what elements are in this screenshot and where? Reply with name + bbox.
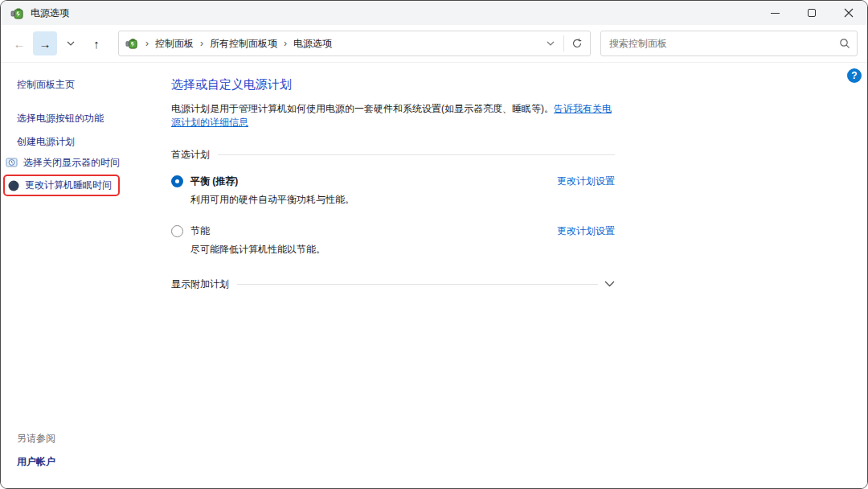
close-button[interactable] <box>830 1 867 25</box>
sidebar-item-display-off-time[interactable]: 选择关闭显示器的时间 <box>6 156 171 170</box>
divider <box>218 154 615 155</box>
search-box <box>600 31 858 56</box>
sidebar-item-change-sleep-time[interactable]: 更改计算机睡眠时间 <box>3 175 120 196</box>
breadcrumb-power-options[interactable]: 电源选项 <box>289 34 336 54</box>
back-button[interactable]: ← <box>7 31 31 55</box>
radio-balanced[interactable] <box>171 175 183 187</box>
sidebar-item-power-buttons[interactable]: 选择电源按钮的功能 <box>17 112 171 125</box>
chevron-down-icon <box>67 41 75 46</box>
search-icon[interactable] <box>839 38 850 49</box>
close-icon <box>844 8 854 18</box>
additional-plans-section[interactable]: 显示附加计划 <box>171 277 615 291</box>
sidebar-item-user-accounts[interactable]: 用户帐户 <box>17 455 171 469</box>
expand-chevron-down-icon[interactable] <box>604 281 615 287</box>
breadcrumb-separator: › <box>281 38 289 49</box>
sidebar-footer: 另请参阅 用户帐户 <box>1 432 171 475</box>
power-options-small-icon <box>125 37 138 50</box>
maximize-icon <box>808 9 816 17</box>
see-also-header: 另请参阅 <box>17 432 171 446</box>
plan-balanced-name[interactable]: 平衡 (推荐) <box>190 175 238 188</box>
recent-pages-dropdown[interactable] <box>59 31 83 55</box>
plan-balanced-row: 平衡 (推荐) 更改计划设置 <box>171 175 615 188</box>
sidebar-item-create-plan[interactable]: 创建电源计划 <box>17 135 171 149</box>
sidebar-item-label: 选择关闭显示器的时间 <box>23 156 120 170</box>
breadcrumb-all-items[interactable]: 所有控制面板项 <box>206 34 281 54</box>
plan-power-saver-row: 节能 更改计划设置 <box>171 224 615 238</box>
main-panel: 选择或自定义电源计划 电源计划是用于管理计算机如何使用电源的一套硬件和系统设置(… <box>171 63 615 488</box>
page-description: 电源计划是用于管理计算机如何使用电源的一套硬件和系统设置(如显示器亮度、睡眠等)… <box>171 102 615 130</box>
forward-button[interactable]: → <box>33 31 57 55</box>
power-options-window: 电源选项 ← → ↑ › 控制面板 › 所有控制面板项 <box>0 0 868 489</box>
sleep-sphere-icon <box>7 179 20 192</box>
additional-plans-label: 显示附加计划 <box>171 277 229 291</box>
sidebar-item-control-panel-home[interactable]: 控制面板主页 <box>17 78 171 92</box>
refresh-icon <box>571 38 583 49</box>
window-controls <box>756 1 867 25</box>
change-plan-settings-link-balanced[interactable]: 更改计划设置 <box>557 175 615 188</box>
address-bar[interactable]: › 控制面板 › 所有控制面板项 › 电源选项 <box>118 31 591 56</box>
divider <box>563 35 564 51</box>
breadcrumb-separator: › <box>143 38 151 49</box>
display-clock-icon <box>6 157 18 170</box>
plan-power-saver-name[interactable]: 节能 <box>190 224 210 238</box>
preferred-plans-section: 首选计划 <box>171 148 615 162</box>
plan-power-saver-description: 尽可能降低计算机性能以节能。 <box>190 243 615 257</box>
maximize-button[interactable] <box>793 1 830 25</box>
divider <box>237 284 598 285</box>
sidebar-item-label: 更改计算机睡眠时间 <box>25 179 112 192</box>
minimize-icon <box>771 13 780 14</box>
address-dropdown-button[interactable] <box>539 32 562 55</box>
plan-balanced-description: 利用可用的硬件自动平衡功耗与性能。 <box>190 193 615 207</box>
navigation-toolbar: ← → ↑ › 控制面板 › 所有控制面板项 › 电源选项 <box>1 25 867 63</box>
power-options-icon <box>10 6 24 20</box>
preferred-plans-label: 首选计划 <box>171 148 210 162</box>
minimize-button[interactable] <box>756 1 793 25</box>
help-button[interactable]: ? <box>847 68 862 83</box>
address-bar-controls <box>539 31 588 55</box>
chevron-down-icon <box>547 41 555 46</box>
radio-power-saver[interactable] <box>171 225 183 237</box>
search-input[interactable] <box>609 38 839 49</box>
sidebar: 控制面板主页 选择电源按钮的功能 创建电源计划 选择关闭显示器的时间 更改计算机… <box>1 63 171 488</box>
refresh-button[interactable] <box>566 32 588 55</box>
title-bar: 电源选项 <box>1 1 867 25</box>
breadcrumb-control-panel[interactable]: 控制面板 <box>151 34 198 54</box>
window-title: 电源选项 <box>31 6 69 20</box>
content-area: ? 控制面板主页 选择电源按钮的功能 创建电源计划 选择关闭显示器的时间 更改计… <box>1 63 867 488</box>
change-plan-settings-link-power-saver[interactable]: 更改计划设置 <box>557 224 615 238</box>
description-text: 电源计划是用于管理计算机如何使用电源的一套硬件和系统设置(如显示器亮度、睡眠等)… <box>171 103 554 114</box>
up-button[interactable]: ↑ <box>84 31 108 55</box>
breadcrumb-separator: › <box>198 38 206 49</box>
page-title: 选择或自定义电源计划 <box>171 77 615 92</box>
